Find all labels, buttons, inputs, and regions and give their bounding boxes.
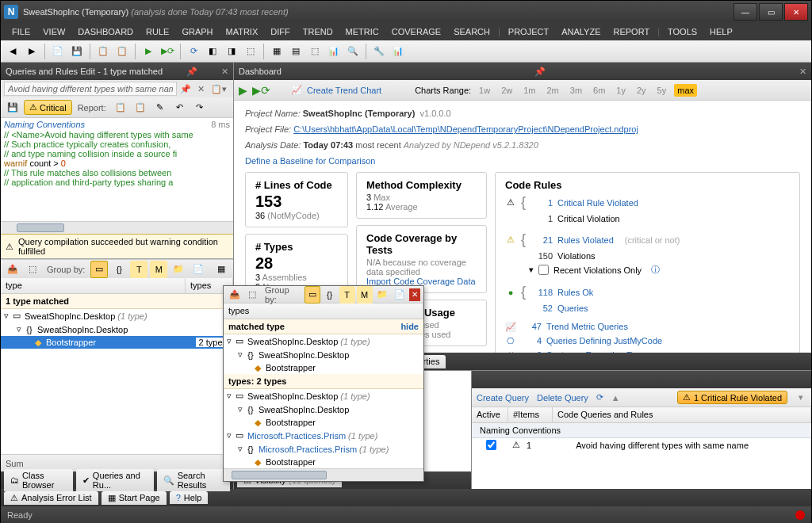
info-icon[interactable]: ⓘ: [651, 264, 660, 276]
group-ns-btn[interactable]: {}: [322, 286, 338, 303]
close-pane-icon[interactable]: ✕: [799, 67, 806, 77]
export-btn[interactable]: 📤: [4, 261, 21, 278]
report-btn-2[interactable]: 📋: [132, 99, 149, 116]
range-5y[interactable]: 5y: [654, 84, 670, 97]
dropdown-icon[interactable]: ▾: [795, 392, 806, 403]
tree-row[interactable]: ◆Bootstrapper: [224, 416, 423, 429]
code-scroll-h[interactable]: [1, 221, 233, 234]
rule-count[interactable]: 118: [532, 288, 553, 297]
range-1w[interactable]: 1w: [476, 84, 493, 97]
tree-chart-btn[interactable]: ▦: [213, 261, 230, 278]
report-btn-1[interactable]: 📋: [112, 99, 129, 116]
rule-row[interactable]: ⚠ 1 Avoid having different types with sa…: [472, 438, 811, 452]
undo-btn[interactable]: ↶: [171, 99, 189, 116]
critical-summary-chip[interactable]: ⚠ 1 Critical Rule Violated: [677, 391, 787, 404]
group-type-btn[interactable]: T: [339, 286, 355, 303]
menu-metric[interactable]: METRIC: [339, 25, 385, 38]
tree-row[interactable]: ▿{}SweatShopInc.Desktop: [224, 403, 423, 416]
tb-btn-a[interactable]: 📋: [94, 43, 112, 60]
tree-row[interactable]: ▿{}Microsoft.Practices.Prism(1 type): [224, 442, 423, 456]
save-button[interactable]: 💾: [68, 43, 86, 60]
menu-tools[interactable]: TOOLS: [661, 25, 703, 38]
tb-btn-g[interactable]: ▦: [268, 43, 285, 60]
tab-search-results[interactable]: 🔍Search Results: [157, 469, 230, 491]
group-asm-btn[interactable]: ▭: [90, 261, 108, 278]
group-type-btn[interactable]: T: [130, 261, 147, 278]
menu-matrix[interactable]: MATRIX: [220, 25, 265, 38]
popup-view-btn[interactable]: ⬚: [244, 286, 260, 303]
tab-help[interactable]: ?Help: [170, 491, 209, 504]
col-type[interactable]: type: [1, 278, 186, 293]
back-button[interactable]: ◀: [4, 43, 21, 60]
menu-project[interactable]: PROJECT: [502, 25, 555, 38]
run-alt-button[interactable]: ▶⟳: [159, 43, 176, 60]
range-max[interactable]: max: [674, 84, 697, 97]
group-m-btn[interactable]: M: [150, 261, 167, 278]
refresh-button[interactable]: ⟳: [185, 43, 202, 60]
tb-btn-d[interactable]: ◧: [204, 43, 221, 60]
create-trend-link[interactable]: Create Trend Chart: [307, 86, 381, 95]
refresh-icon[interactable]: ⟳: [596, 392, 603, 403]
pin-icon[interactable]: 📌: [534, 67, 546, 77]
tab-start-page[interactable]: ▦Start Page: [102, 491, 167, 505]
tree-row[interactable]: ▿▭SweatShopInc.Desktop(1 type): [224, 389, 423, 403]
tb-btn-e[interactable]: ◨: [223, 43, 240, 60]
expand-icon[interactable]: ▿: [238, 349, 243, 360]
file-button[interactable]: 📄: [49, 43, 67, 60]
forward-button[interactable]: ▶: [23, 43, 40, 60]
menu-file[interactable]: FILE: [6, 25, 36, 38]
tree-row[interactable]: ◆Bootstrapper: [224, 361, 423, 374]
tab-pin-icon[interactable]: 📌: [177, 84, 194, 94]
rule-count[interactable]: 47: [521, 322, 542, 331]
create-query-link[interactable]: Create Query: [477, 393, 529, 403]
tree-row[interactable]: ◆Bootstrapper: [224, 456, 423, 468]
expand-icon[interactable]: ▿: [238, 444, 243, 454]
menu-search[interactable]: SEARCH: [447, 25, 496, 38]
menu-rule[interactable]: RULE: [140, 25, 175, 38]
menu-dashboard[interactable]: DASHBOARD: [71, 25, 140, 38]
rule-link[interactable]: Trend Metric Queries: [546, 322, 628, 331]
run-green-button[interactable]: ▶: [140, 43, 157, 60]
tb-btn-i[interactable]: ⬚: [306, 43, 324, 60]
range-3m[interactable]: 3m: [567, 84, 585, 97]
tree-row[interactable]: ▿▭SweatShopInc.Desktop(1 type): [224, 334, 423, 348]
edit-btn[interactable]: ✎: [151, 99, 169, 116]
project-file-link[interactable]: C:\Users\hbhatt\AppData\Local\Temp\NDepe…: [293, 124, 638, 134]
tb-btn-j[interactable]: 📊: [325, 43, 343, 60]
col-queries[interactable]: Code Queries and Rules: [553, 407, 811, 422]
tb-btn-k[interactable]: 🔍: [344, 43, 362, 60]
run-button[interactable]: ▶: [239, 84, 247, 97]
redo-btn[interactable]: ↷: [191, 99, 209, 116]
tab-class-browser[interactable]: 🗂Class Browser: [4, 469, 73, 491]
group-folder-btn[interactable]: 📁: [374, 286, 390, 303]
run-refresh-button[interactable]: ▶⟳: [252, 84, 270, 97]
expand-icon[interactable]: ▿: [227, 430, 232, 441]
menu-help[interactable]: HELP: [703, 25, 739, 38]
menu-view[interactable]: VIEW: [36, 25, 71, 38]
collapse-icon[interactable]: ▾: [529, 265, 534, 275]
recent-only-checkbox[interactable]: [538, 265, 549, 275]
tab-close-icon[interactable]: ✕: [194, 84, 208, 94]
group-file-btn[interactable]: 📄: [392, 286, 408, 303]
rule-link[interactable]: Critical Rule Violated: [557, 198, 638, 208]
tree-row[interactable]: ▿{}SweatShopInc.Desktop: [224, 348, 423, 361]
rule-count[interactable]: 1: [532, 198, 553, 208]
col-active[interactable]: Active: [472, 407, 508, 422]
group-folder-btn[interactable]: 📁: [170, 261, 187, 278]
tb-btn-h[interactable]: ▤: [287, 43, 304, 60]
range-2y[interactable]: 2y: [634, 84, 649, 97]
baseline-link[interactable]: Define a Baseline for Comparison: [245, 156, 375, 166]
menu-coverage[interactable]: COVERAGE: [385, 25, 447, 38]
critical-toggle[interactable]: ⚠ Critical: [24, 100, 72, 115]
tab-queries-rules[interactable]: ✔Queries and Ru...: [76, 469, 154, 491]
close-button[interactable]: ✕: [784, 3, 808, 21]
range-2m[interactable]: 2m: [544, 84, 562, 97]
popup-hide-link[interactable]: hide: [400, 322, 419, 331]
tb-btn-m[interactable]: 📊: [389, 43, 407, 60]
rule-count[interactable]: 4: [521, 336, 542, 345]
tb-btn-b[interactable]: 📋: [113, 43, 131, 60]
range-1m[interactable]: 1m: [520, 84, 538, 97]
rule-link[interactable]: Queries: [557, 303, 588, 313]
popup-close-button[interactable]: ✕: [409, 288, 420, 301]
tree-asm-row[interactable]: ▿ ▭ SweatShopInc.Desktop (1 type): [1, 309, 233, 323]
